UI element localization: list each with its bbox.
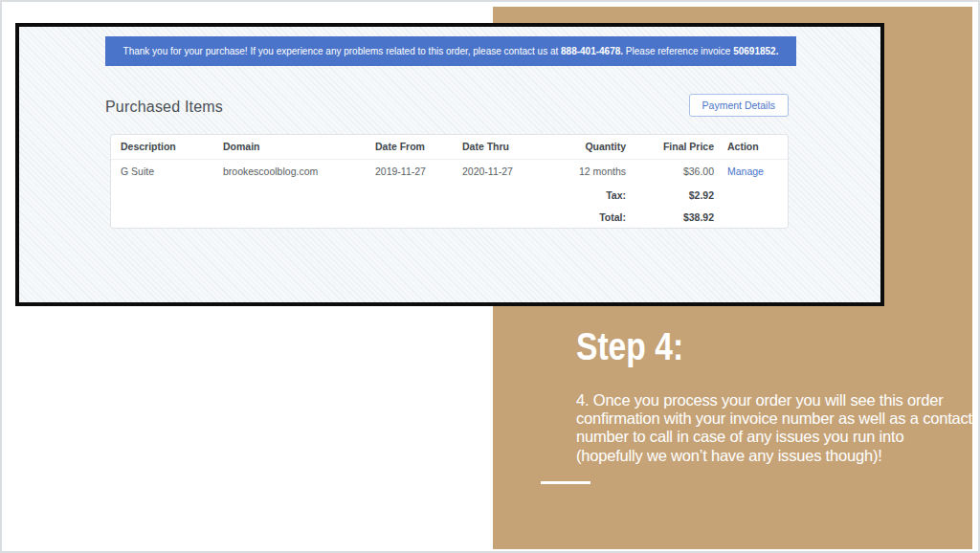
- col-header-description: Description: [111, 135, 213, 159]
- cell-quantity: 12 months: [540, 159, 633, 184]
- total-value: $38.92: [633, 206, 721, 228]
- step-heading: Step 4:: [576, 325, 683, 368]
- purchased-items-header: Purchased Items Payment Details: [105, 90, 789, 119]
- tax-label: Tax:: [540, 184, 633, 206]
- col-header-domain: Domain: [213, 135, 366, 159]
- banner-text-2: Please reference invoice: [623, 46, 733, 56]
- banner-phone-number: 888-401-4678.: [561, 46, 623, 56]
- cell-final-price: $36.00: [633, 159, 721, 184]
- col-header-date-from: Date From: [366, 135, 453, 159]
- col-header-date-thru: Date Thru: [453, 135, 540, 159]
- purchased-items-card: Description Domain Date From Date Thru Q…: [110, 134, 789, 229]
- banner-text: Thank you for your purchase! If you expe…: [123, 46, 561, 56]
- cell-date-thru: 2020-11-27: [453, 159, 540, 184]
- page-title: Purchased Items: [105, 99, 223, 116]
- purchased-items-table: Description Domain Date From Date Thru Q…: [111, 135, 788, 228]
- cell-domain: brookescoolblog.com: [213, 159, 366, 184]
- slide-canvas: Thank you for your purchase! If you expe…: [0, 0, 980, 553]
- col-header-action: Action: [721, 135, 788, 159]
- cell-action: Manage: [721, 159, 788, 184]
- tax-row: Tax: $2.92: [111, 184, 788, 206]
- cell-description: G Suite: [111, 159, 213, 184]
- col-header-final-price: Final Price: [633, 135, 721, 159]
- cell-date-from: 2019-11-27: [366, 159, 453, 184]
- payment-details-button[interactable]: Payment Details: [689, 94, 789, 117]
- manage-link[interactable]: Manage: [727, 166, 764, 177]
- total-label: Total:: [540, 206, 633, 228]
- step-description: 4. Once you process your order you will …: [576, 391, 974, 465]
- table-row: G Suite brookescoolblog.com 2019-11-27 2…: [111, 159, 788, 184]
- order-confirmation-screenshot: Thank you for your purchase! If you expe…: [15, 23, 884, 306]
- total-row: Total: $38.92: [111, 206, 788, 228]
- step-divider-line: [541, 481, 590, 484]
- tax-value: $2.92: [633, 184, 721, 206]
- purchase-confirmation-banner: Thank you for your purchase! If you expe…: [105, 36, 796, 66]
- col-header-quantity: Quantity: [540, 135, 633, 159]
- banner-invoice-number: 50691852.: [733, 46, 778, 56]
- table-header-row: Description Domain Date From Date Thru Q…: [111, 135, 788, 159]
